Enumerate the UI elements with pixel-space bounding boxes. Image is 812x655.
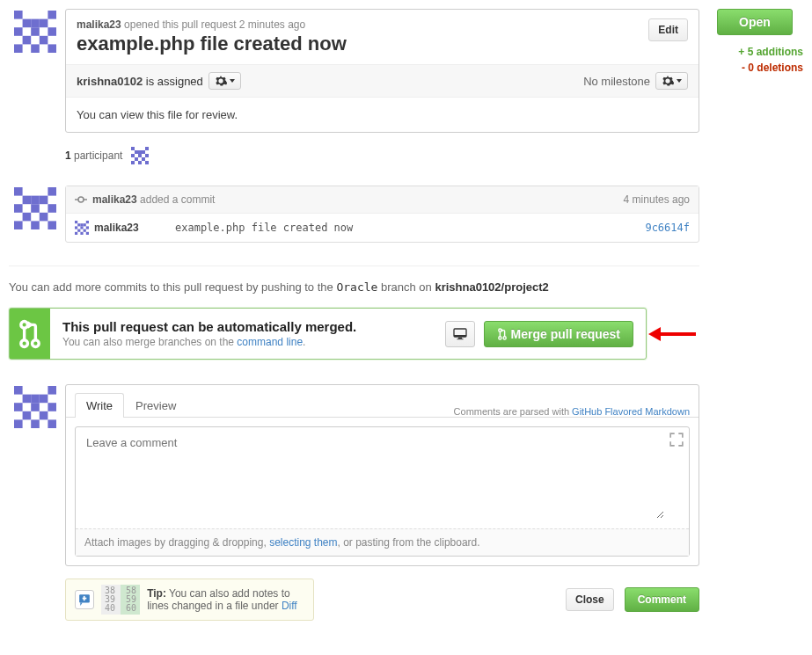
git-pull-request-icon xyxy=(497,328,508,340)
markdown-hint: Comments are parsed with GitHub Flavored… xyxy=(454,406,690,417)
pr-author[interactable]: malika23 xyxy=(77,18,121,31)
merge-status-icon xyxy=(10,309,50,359)
tip-box: 38 58 39 59 40 60 Tip: You can also add … xyxy=(65,579,314,621)
diff-stats: + 5 additions- 0 deletions xyxy=(717,46,803,74)
pr-header: malika23 opened this pull request 2 minu… xyxy=(65,9,699,133)
milestone-label: No milestone xyxy=(583,75,650,88)
push-hint: You can add more commits to this pull re… xyxy=(9,280,699,294)
merge-pull-request-button[interactable]: Merge pull request xyxy=(484,321,633,347)
pr-body: You can view this file for review. xyxy=(66,97,699,132)
merge-headline: This pull request can be automatically m… xyxy=(62,319,445,334)
fullscreen-icon xyxy=(669,433,684,447)
assignee-gear-dropdown[interactable] xyxy=(208,72,241,90)
commit-row-message: example.php file created now xyxy=(175,222,645,234)
author-avatar[interactable] xyxy=(14,11,56,53)
milestone-gear-dropdown[interactable] xyxy=(655,72,688,90)
git-commit-icon xyxy=(75,193,87,206)
comment-box: Write Preview Comments are parsed with G… xyxy=(65,384,699,566)
current-user-avatar[interactable] xyxy=(14,386,56,428)
commit-row-sha[interactable]: 9c6614f xyxy=(645,222,690,234)
pr-state-open: Open xyxy=(717,9,793,35)
assignee-name[interactable]: krishna0102 xyxy=(77,75,143,88)
commit-header-time: 4 minutes ago xyxy=(624,193,690,206)
attach-hint: Attach images by dragging & dropping, se… xyxy=(76,528,689,556)
comment-textarea[interactable] xyxy=(84,434,664,519)
tip-text: Tip: You can also add notes to lines cha… xyxy=(147,587,304,612)
pr-title: example.php file created now xyxy=(77,33,648,55)
pr-opened-line: malika23 opened this pull request 2 minu… xyxy=(77,18,648,31)
annotation-arrow xyxy=(647,325,699,343)
tab-preview[interactable]: Preview xyxy=(124,393,187,418)
merge-subtext: You can also merge branches on the comma… xyxy=(62,336,445,348)
close-button[interactable]: Close xyxy=(566,588,614,611)
gear-icon xyxy=(662,75,674,87)
comment-button[interactable]: Comment xyxy=(625,587,699,612)
gear-icon xyxy=(215,75,227,87)
git-pull-request-icon xyxy=(18,319,41,349)
desktop-icon xyxy=(453,328,467,340)
line-comment-icon xyxy=(75,590,94,609)
merge-box: This pull request can be automatically m… xyxy=(9,308,647,360)
edit-button[interactable]: Edit xyxy=(648,18,688,41)
commit-row-author[interactable]: malika23 xyxy=(94,222,170,234)
tip-diff-link[interactable]: Diff xyxy=(282,600,297,612)
commit-row-avatar[interactable] xyxy=(75,221,89,235)
command-line-link[interactable]: command line xyxy=(237,336,303,348)
assignee-line: krishna0102 is assigned xyxy=(77,75,203,88)
participant-avatar[interactable] xyxy=(131,147,149,164)
tip-line-numbers: 38 58 39 59 40 60 xyxy=(101,585,140,615)
markdown-hint-link[interactable]: GitHub Flavored Markdown xyxy=(572,406,690,417)
commit-row: malika23 example.php file created now 9c… xyxy=(66,214,699,242)
attach-select-link[interactable]: selecting them xyxy=(269,536,337,549)
commit-header-author[interactable]: malika23 xyxy=(92,193,137,206)
tab-write[interactable]: Write xyxy=(75,393,124,418)
pr-opened-time: 2 minutes ago xyxy=(239,18,305,31)
commit-block: malika23 added a commit 4 minutes ago ma… xyxy=(65,186,699,243)
commit-author-avatar[interactable] xyxy=(14,187,56,229)
fullscreen-button[interactable] xyxy=(669,433,684,447)
desktop-app-button[interactable] xyxy=(445,321,475,347)
divider xyxy=(9,266,699,266)
participants-count: 1 participant xyxy=(65,149,122,162)
